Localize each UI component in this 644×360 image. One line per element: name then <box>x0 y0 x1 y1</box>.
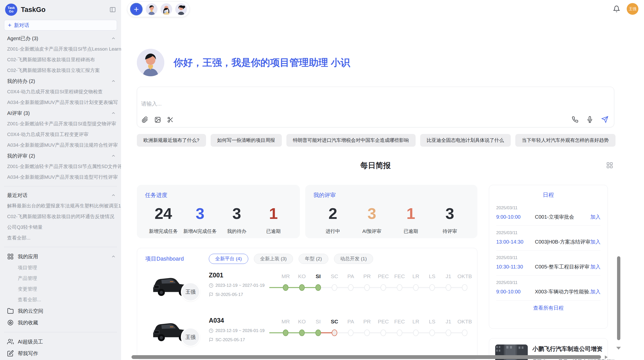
suggestion-chip[interactable]: 特朗普可能对进口汽车增税会对中国车企造成哪些影响 <box>286 134 416 147</box>
microphone-icon[interactable] <box>587 116 593 123</box>
app-link-view-all[interactable]: 查看全部... <box>0 294 121 305</box>
milestone-dot <box>462 329 467 336</box>
sidebar-task-item[interactable]: Z001-全新燃油轻卡产品开发项目SI节点属性5D文件评审 <box>0 161 121 172</box>
app-link-project-mgmt[interactable]: 项目管理 <box>0 262 121 273</box>
people-icon <box>7 338 14 345</box>
sidebar-task-item[interactable]: A034-全新新能源MUV产品开发项目造型可行性评审 <box>0 172 121 183</box>
chevron-up-icon[interactable] <box>111 193 116 198</box>
divider <box>4 332 117 332</box>
section-recent-chats[interactable]: 最近对话 <box>0 190 121 201</box>
briefing-header: 每日简报 <box>137 160 614 171</box>
milestone-ls: LS <box>424 318 440 336</box>
schedule-date: 2025/03/11 <box>496 280 601 285</box>
app-link-change-mgmt[interactable]: 变更管理 <box>0 284 121 294</box>
chevron-up-icon[interactable] <box>111 79 116 84</box>
sidebar-task-item[interactable]: Z001-全新燃油皮卡产品开发项目SI节点Lesson Learn报告 <box>0 44 121 54</box>
sidebar-task-item[interactable]: C02-飞腾新能源轻客改款项目立项汇报方案 <box>0 65 121 76</box>
scroll-down-arrow[interactable] <box>616 347 621 350</box>
stat-label: 新增AI完成任务 <box>182 228 218 235</box>
agent-avatar-3[interactable] <box>175 3 187 15</box>
stat-pending-review: 3 待评审 <box>430 204 469 235</box>
stat-new-ai-done: 3 新增AI完成任务 <box>182 204 218 235</box>
project-date-range: 2023-12-19 ~ 2027-01-19 <box>215 283 265 288</box>
recent-chat-item[interactable]: 公司Q3轻卡销量 <box>0 222 121 233</box>
project-row-a034[interactable]: 王强 A034 2023-12-19 ~ 2026-01-19 SC-2025-… <box>145 316 469 354</box>
sidebar-item-cloud-space[interactable]: 我的云空间 <box>0 305 121 317</box>
milestone-j1: J1 <box>440 318 457 336</box>
scissors-icon[interactable] <box>167 116 174 123</box>
join-meeting-link[interactable]: 加入 <box>590 238 601 245</box>
section-ai-review[interactable]: AI评审 (3) <box>0 108 121 118</box>
project-dates: 2023-12-19 ~ 2026-01-19 <box>209 328 277 333</box>
sidebar-task-item[interactable]: C0X4-动力总成开发项目工程变更评审 <box>0 129 121 140</box>
sidebar-task-item[interactable]: A034-全新新能源MUV产品开发项目法规符合性评审 <box>0 140 121 151</box>
milestone-dot <box>380 284 386 291</box>
section-my-todo[interactable]: 我的待办 (2) <box>0 76 121 86</box>
sidebar-item-favorites[interactable]: 我的收藏 <box>0 317 121 328</box>
join-meeting-link[interactable]: 加入 <box>590 214 601 220</box>
app-link-product-mgmt[interactable]: 产品管理 <box>0 273 121 284</box>
filter-chip-year[interactable]: 年型 (2) <box>299 254 328 264</box>
filter-chip-body[interactable]: 全新上装 (3) <box>254 254 293 264</box>
agent-avatar-1[interactable] <box>146 3 157 15</box>
sidebar-item-my-apps[interactable]: 我的应用 <box>0 251 121 262</box>
schedule-time: 10:30-11:30 <box>496 264 535 270</box>
stat-new-done: 24 新增完成任务 <box>145 204 182 235</box>
milestone-dot <box>429 284 435 291</box>
send-icon[interactable] <box>601 116 608 123</box>
section-my-review[interactable]: 我的评审 (2) <box>0 151 121 161</box>
filter-chip-powertrain[interactable]: 动总开发 (1) <box>334 254 373 264</box>
suggestion-chip[interactable]: 当下年轻人对汽车外观有怎样的喜好趋势 <box>515 134 616 147</box>
chevron-up-icon[interactable] <box>111 36 116 41</box>
composer-right-tools <box>572 116 608 123</box>
chevron-up-icon[interactable] <box>111 111 116 116</box>
chevron-up-icon[interactable] <box>111 254 116 259</box>
milestone-fec: FEC <box>391 318 408 336</box>
horizontal-scrollbar[interactable] <box>131 355 601 359</box>
phone-call-icon[interactable] <box>572 116 578 123</box>
agent-avatar-2[interactable] <box>160 3 172 15</box>
section-agent-done[interactable]: Agent已办 (3) <box>0 33 121 44</box>
suggestion-chip[interactable]: 欧洲新规最近颁布了什么? <box>137 134 206 147</box>
recent-chat-item[interactable]: 解释最新出台的欧盟报废车法规再生塑料比例被调至15%... <box>0 201 121 211</box>
layout-grid-icon[interactable] <box>606 162 613 169</box>
project-row-z001[interactable]: 王强 Z001 2023-12-19 ~ 2027-01-19 SI-2025-… <box>145 271 469 309</box>
sidebar-task-item[interactable]: C0X4-动力总成开发项目SI里程碑提交物检查 <box>0 86 121 97</box>
sidebar-item-label: 我的应用 <box>18 253 111 260</box>
milestone-pr: PR <box>359 273 375 291</box>
composer-left-tools <box>142 116 174 123</box>
milestone-dot <box>446 284 451 291</box>
milestone-track: MR KO SI SC PA PR PEC FEC LR LS J1 OKTB <box>277 271 473 291</box>
user-avatar[interactable]: 王强 <box>627 3 638 15</box>
image-upload-icon[interactable] <box>154 116 161 123</box>
sidebar-item-ai-employee[interactable]: AI超级员工 <box>0 336 121 348</box>
card-title: 我的评审 <box>313 191 469 199</box>
recent-chat-item[interactable]: C02-飞腾新能源轻客改款项目的闭环通告反馈情况 <box>0 211 121 222</box>
suggestion-chip[interactable]: 如何写一份清晰的项目周报 <box>211 134 282 147</box>
milestone-pec: PEC <box>375 318 391 336</box>
chat-input[interactable] <box>141 101 446 107</box>
notification-bell-icon[interactable] <box>613 5 620 12</box>
suggestion-chip[interactable]: 比亚迪全固态电池计划具体说了什么 <box>420 134 511 147</box>
milestone-fec: FEC <box>391 273 408 291</box>
filter-chip-platform[interactable]: 全新平台 (4) <box>209 254 248 264</box>
stat-label: 已逾期 <box>255 228 292 235</box>
sidebar-task-item[interactable]: A034-全新新能源MUV产品开发项目计划变更表编写 <box>0 97 121 108</box>
sidebar-task-item[interactable]: C02-飞腾新能源轻客改款项目里程碑画布 <box>0 54 121 65</box>
join-meeting-link[interactable]: 加入 <box>590 263 601 270</box>
sidebar-item-help-write[interactable]: 帮我写作 <box>0 348 121 359</box>
milestone-dot <box>332 284 337 291</box>
chevron-up-icon[interactable] <box>111 153 116 158</box>
add-agent-button[interactable]: + <box>130 3 143 16</box>
recent-chat-view-all[interactable]: 查看全部... <box>0 233 121 243</box>
collapse-sidebar-icon[interactable] <box>109 6 116 13</box>
attachment-icon[interactable] <box>142 116 148 123</box>
view-all-schedule-link[interactable]: 查看所有日程 <box>496 301 601 316</box>
sidebar-task-item[interactable]: Z001-全新燃油轻卡产品开发项目SI造型提交物评审 <box>0 118 121 129</box>
agent-avatar-bar: + <box>127 1 190 17</box>
scroll-right-arrow[interactable] <box>605 355 608 359</box>
vertical-scrollbar[interactable] <box>617 256 620 340</box>
new-chat-button[interactable]: + 新对话 <box>4 20 117 31</box>
milestone-dot <box>364 329 370 336</box>
join-meeting-link[interactable]: 加入 <box>590 288 601 295</box>
